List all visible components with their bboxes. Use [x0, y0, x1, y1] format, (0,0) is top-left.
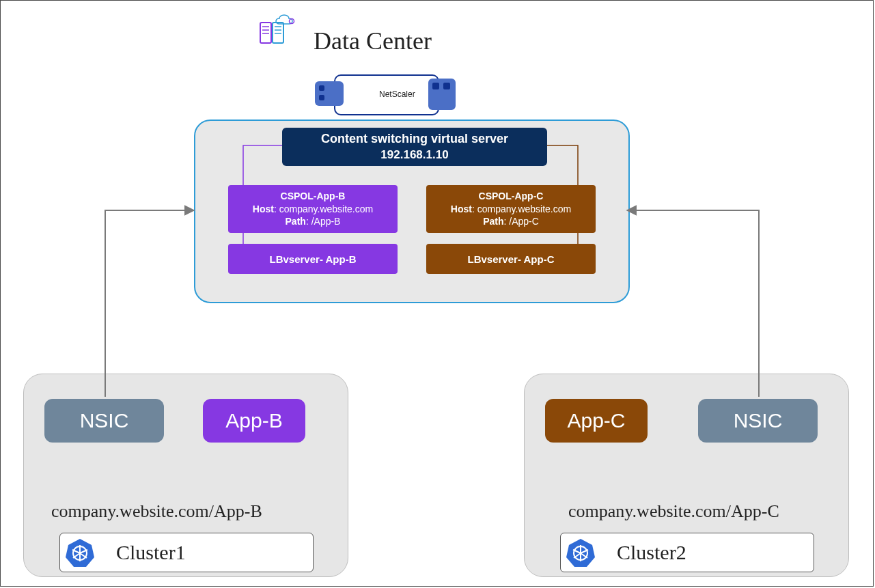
kubernetes-icon — [565, 537, 596, 568]
cluster2-app-c: App-C — [545, 399, 648, 443]
csp-policy-app-b: CSPOL-App-B Host: company.website.com Pa… — [228, 185, 398, 233]
cluster1-url: company.website.com/App-B — [51, 501, 262, 522]
csp-c-host-label: Host — [451, 204, 472, 214]
cluster2-container: App-C NSIC company.website.com/App-C Clu… — [524, 374, 849, 577]
csp-b-path-label: Path — [286, 216, 306, 227]
csp-c-host: company.website.com — [477, 204, 571, 214]
cluster2-name: Cluster2 — [617, 541, 686, 564]
content-switching-vserver: Content switching virtual server 192.168… — [282, 128, 547, 166]
cluster1-badge: Cluster1 — [59, 533, 314, 572]
svg-rect-0 — [260, 23, 271, 43]
csp-c-path: /App-C — [509, 216, 539, 227]
diagram-canvas: Data Center NetScaler Content switching … — [0, 0, 874, 587]
csp-c-path-label: Path — [483, 216, 503, 227]
cs-vserver-title: Content switching virtual server — [282, 131, 547, 147]
csp-b-name: CSPOL-App-B — [228, 190, 398, 203]
lbvserver-app-b: LBvserver- App-B — [228, 244, 398, 274]
kubernetes-icon — [64, 537, 96, 568]
cluster1-container: NSIC App-B company.website.com/App-B Clu… — [23, 374, 348, 577]
cs-vserver-ip: 192.168.1.10 — [282, 148, 547, 163]
csp-policy-app-c: CSPOL-App-C Host: company.website.com Pa… — [426, 185, 596, 233]
netscaler-label: NetScaler — [379, 89, 415, 99]
cluster1-name: Cluster1 — [116, 541, 186, 564]
datacenter-title: Data Center — [314, 27, 432, 55]
datacenter-icon — [259, 13, 300, 46]
lbvserver-app-c: LBvserver- App-C — [426, 244, 596, 274]
netscaler-device-icon: NetScaler — [315, 66, 458, 122]
csp-c-name: CSPOL-App-C — [426, 190, 596, 203]
svg-rect-1 — [273, 23, 283, 43]
cluster1-app-b: App-B — [203, 399, 305, 443]
cluster2-badge: Cluster2 — [560, 533, 814, 572]
cluster2-nsic: NSIC — [698, 399, 818, 443]
csp-b-path: /App-B — [311, 216, 341, 227]
csp-b-host: company.website.com — [279, 204, 373, 214]
cluster1-nsic: NSIC — [44, 399, 164, 443]
datacenter-container: Content switching virtual server 192.168… — [194, 120, 630, 303]
cluster2-url: company.website.com/App-C — [568, 501, 779, 522]
csp-b-host-label: Host — [253, 204, 274, 214]
